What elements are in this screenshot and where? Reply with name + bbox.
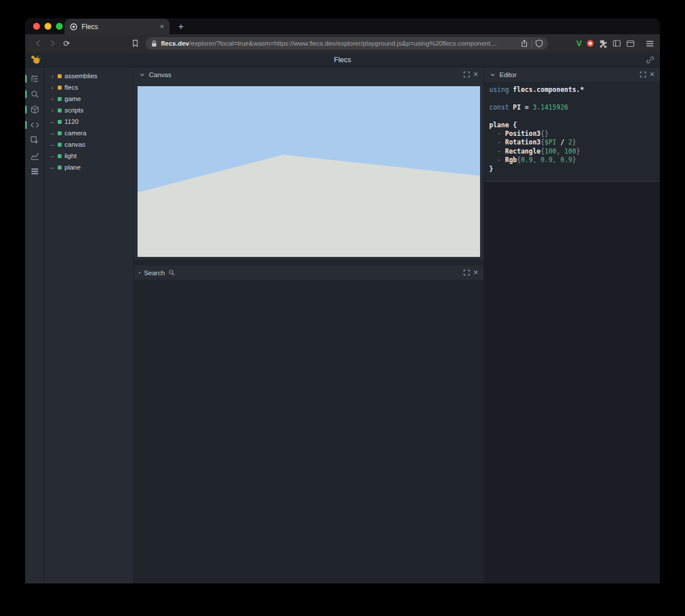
app-body: ›assemblies›flecs›game›scripts–1120–came… bbox=[25, 67, 660, 583]
back-button[interactable] bbox=[31, 37, 45, 50]
window-close-button[interactable] bbox=[33, 23, 40, 30]
tree-item-game[interactable]: ›game bbox=[45, 93, 133, 104]
tables-panel-button[interactable] bbox=[30, 167, 39, 176]
tree-item-flecs[interactable]: ›flecs bbox=[45, 82, 133, 93]
center-column: Canvas ✕ • bbox=[133, 67, 483, 583]
tree-item-label: game bbox=[65, 95, 81, 102]
inspect-cursor-icon bbox=[30, 136, 39, 145]
entity-color-square bbox=[58, 154, 62, 158]
tree-item-canvas[interactable]: –canvas bbox=[45, 139, 133, 150]
expand-icon bbox=[464, 71, 470, 78]
chevron-down-icon[interactable] bbox=[139, 71, 146, 78]
expand-chevron-icon[interactable]: › bbox=[50, 70, 55, 82]
leaf-dash-icon: – bbox=[50, 150, 55, 162]
code-line: } bbox=[489, 165, 655, 174]
chart-icon bbox=[30, 151, 39, 160]
entity-color-square bbox=[58, 143, 62, 147]
rows-icon bbox=[30, 167, 39, 176]
url-text: flecs.dev/explorer/?local=true&wasm=http… bbox=[161, 40, 517, 47]
browser-menu-button[interactable] bbox=[646, 40, 654, 47]
brave-shield-button[interactable] bbox=[535, 39, 543, 47]
window-minimize-button[interactable] bbox=[45, 23, 51, 30]
tree-item-plane[interactable]: –plane bbox=[45, 162, 133, 173]
tree-item-label: canvas bbox=[65, 141, 85, 148]
app-title: Flecs bbox=[25, 56, 660, 64]
lock-icon bbox=[151, 40, 158, 47]
forward-button[interactable] bbox=[45, 37, 59, 50]
traffic-lights bbox=[33, 23, 63, 30]
entity-color-square bbox=[58, 131, 62, 135]
leaf-dash-icon: – bbox=[50, 139, 55, 150]
search-expand-button[interactable] bbox=[464, 269, 470, 276]
app-header: Flecs bbox=[25, 53, 660, 67]
canvas-3d-view[interactable] bbox=[134, 82, 483, 260]
tree-item-assemblies[interactable]: ›assemblies bbox=[45, 70, 133, 82]
leaf-dash-icon: – bbox=[50, 116, 55, 127]
canvas-panel-title: Canvas bbox=[149, 71, 171, 78]
browser-window: Flecs ✕ + ⟳ fle bbox=[25, 18, 660, 583]
entity-color-square bbox=[58, 97, 62, 101]
expand-chevron-icon[interactable]: › bbox=[50, 104, 55, 116]
extension-record-button[interactable] bbox=[587, 40, 594, 47]
expand-chevron-icon[interactable]: › bbox=[50, 82, 55, 93]
editor-expand-button[interactable] bbox=[640, 71, 646, 78]
entities-panel-button[interactable] bbox=[30, 105, 39, 114]
tree-item-label: camera bbox=[65, 130, 86, 136]
search-panel-title[interactable]: Search bbox=[144, 269, 164, 276]
hamburger-menu-icon bbox=[646, 40, 654, 47]
search-close-button[interactable]: ✕ bbox=[473, 269, 478, 276]
urlbar-divider bbox=[531, 40, 532, 47]
sidebar-toggle-button[interactable] bbox=[613, 39, 621, 47]
stats-panel-button[interactable] bbox=[30, 151, 39, 160]
browser-toolbar: ⟳ flecs.dev/explorer/?local=true&wasm=ht… bbox=[25, 34, 660, 53]
tree-item-1120[interactable]: –1120 bbox=[45, 116, 133, 127]
active-indicator bbox=[25, 121, 27, 129]
script-panel-button[interactable] bbox=[30, 120, 39, 130]
code-line: using flecs.components.* bbox=[489, 86, 655, 94]
tree-item-label: flecs bbox=[65, 84, 78, 91]
active-indicator bbox=[25, 90, 27, 98]
chevron-down-icon[interactable] bbox=[489, 71, 496, 78]
canvas-expand-button[interactable] bbox=[464, 71, 470, 78]
tab-close-icon[interactable]: ✕ bbox=[160, 23, 164, 30]
shield-icon bbox=[535, 39, 543, 47]
extension-v-button[interactable]: V bbox=[577, 39, 582, 48]
scene-render bbox=[138, 86, 480, 257]
expand-icon bbox=[640, 71, 646, 78]
active-indicator bbox=[25, 106, 27, 114]
query-panel-button[interactable] bbox=[30, 90, 39, 99]
browser-tab-flecs[interactable]: Flecs ✕ bbox=[65, 19, 170, 34]
editor-close-button[interactable]: ✕ bbox=[650, 71, 655, 78]
tree-item-light[interactable]: –light bbox=[45, 150, 133, 162]
editor-panel: Editor ✕ using flecs.components.* const … bbox=[483, 67, 660, 583]
back-arrow-icon bbox=[34, 39, 43, 48]
wallet-button[interactable] bbox=[626, 40, 635, 47]
tree-panel-button[interactable] bbox=[30, 74, 39, 83]
inspect-panel-button[interactable] bbox=[30, 136, 39, 145]
reload-button[interactable]: ⟳ bbox=[59, 37, 74, 50]
share-link-button[interactable] bbox=[646, 56, 654, 64]
code-line: - Rgb{0.9, 0.9, 0.9} bbox=[489, 156, 655, 164]
entity-color-square bbox=[58, 74, 62, 78]
share-button[interactable] bbox=[521, 39, 528, 47]
bookmark-button[interactable] bbox=[128, 37, 142, 50]
expand-chevron-icon[interactable]: › bbox=[50, 93, 55, 104]
entity-color-square bbox=[58, 120, 62, 124]
extensions-button[interactable] bbox=[599, 39, 607, 48]
reload-icon: ⟳ bbox=[63, 39, 70, 48]
window-zoom-button[interactable] bbox=[56, 23, 63, 30]
tab-strip: Flecs ✕ + bbox=[25, 18, 660, 34]
code-lines[interactable]: using flecs.components.* const PI = 3.14… bbox=[484, 82, 660, 182]
new-tab-button[interactable]: + bbox=[178, 22, 184, 31]
url-bar[interactable]: flecs.dev/explorer/?local=true&wasm=http… bbox=[146, 37, 548, 50]
canvas-close-button[interactable]: ✕ bbox=[473, 71, 478, 78]
leaf-dash-icon: – bbox=[50, 162, 55, 173]
tree-item-scripts[interactable]: ›scripts bbox=[45, 104, 133, 116]
code-line bbox=[489, 112, 655, 120]
editor-panel-title: Editor bbox=[499, 71, 517, 78]
flecs-logo-icon[interactable] bbox=[30, 54, 41, 65]
cube-icon bbox=[30, 105, 39, 114]
tree-item-camera[interactable]: –camera bbox=[45, 127, 133, 139]
center-empty-area bbox=[134, 280, 483, 583]
tree-item-label: 1120 bbox=[65, 118, 79, 125]
